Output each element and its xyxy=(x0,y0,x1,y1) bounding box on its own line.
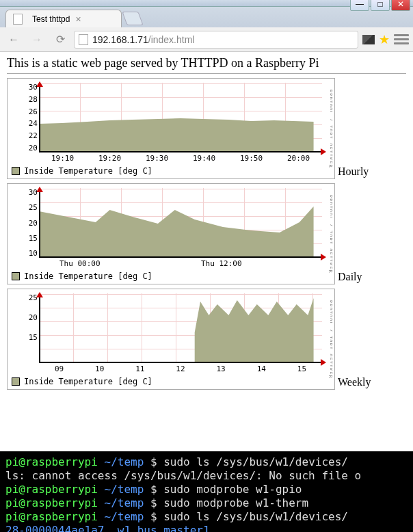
chart-weekly: RRDTOOL / TOBI OETIKER 252015 0910111213… xyxy=(7,289,335,390)
address-bar[interactable]: 192.168.1.71/index.html xyxy=(74,31,358,49)
new-tab-button[interactable] xyxy=(122,12,143,25)
chart-hourly: RRDTOOL / TOBI OETIKER 302826242220 19:1… xyxy=(7,78,335,179)
yticks-weekly: 252015 xyxy=(12,293,38,363)
label-daily: Daily xyxy=(338,271,362,283)
yticks-daily: 3025201510 xyxy=(12,188,38,258)
svg-marker-1 xyxy=(39,207,314,258)
label-weekly: Weekly xyxy=(338,376,371,388)
bookmark-flag-icon[interactable] xyxy=(362,35,375,44)
page-viewport: This is a static web page served by THTT… xyxy=(0,52,413,451)
yticks-hourly: 302826242220 xyxy=(12,83,38,152)
window-titlebar: — □ ✕ xyxy=(0,0,413,7)
terminal[interactable]: pi@raspberrypi ~/temp $ sudo ls /sys/bus… xyxy=(0,451,413,532)
legend-hourly: Inside Temperature [deg C] xyxy=(12,166,330,176)
url-path: /index.html xyxy=(148,34,195,45)
svg-marker-2 xyxy=(195,298,314,363)
svg-marker-0 xyxy=(39,118,314,152)
label-hourly: Hourly xyxy=(338,165,369,178)
maximize-button[interactable]: □ xyxy=(371,0,390,11)
legend-weekly: Inside Temperature [deg C] xyxy=(12,377,330,386)
forward-button[interactable]: → xyxy=(27,31,46,49)
minimize-button[interactable]: — xyxy=(350,0,369,11)
url-domain: 192.168.1.71 xyxy=(92,34,148,45)
reload-button[interactable]: ⟳ xyxy=(51,31,70,49)
tab-title: Test thttpd xyxy=(32,14,70,24)
legend-daily: Inside Temperature [deg C] xyxy=(12,271,330,281)
xticks-weekly: 09101112131415 xyxy=(39,364,322,375)
divider xyxy=(7,73,406,74)
xticks-hourly: 19:1019:2019:3019:4019:5020:00 xyxy=(39,154,322,165)
close-button[interactable]: ✕ xyxy=(391,0,410,11)
back-button[interactable]: ← xyxy=(4,31,23,49)
star-icon[interactable]: ★ xyxy=(379,32,390,47)
close-tab-icon[interactable]: × xyxy=(75,14,81,25)
browser-tab[interactable]: Test thttpd × xyxy=(5,10,122,27)
site-icon xyxy=(79,34,88,45)
page-icon xyxy=(13,14,23,25)
xticks-daily: Thu 00:00Thu 12:00 xyxy=(39,259,322,270)
page-heading: This is a static web page served by THTT… xyxy=(7,56,406,70)
menu-button[interactable] xyxy=(394,34,409,44)
toolbar: ← → ⟳ 192.168.1.71/index.html ★ xyxy=(0,27,413,52)
chart-daily: RRDTOOL / TOBI OETIKER 3025201510 Thu 00… xyxy=(7,183,335,284)
